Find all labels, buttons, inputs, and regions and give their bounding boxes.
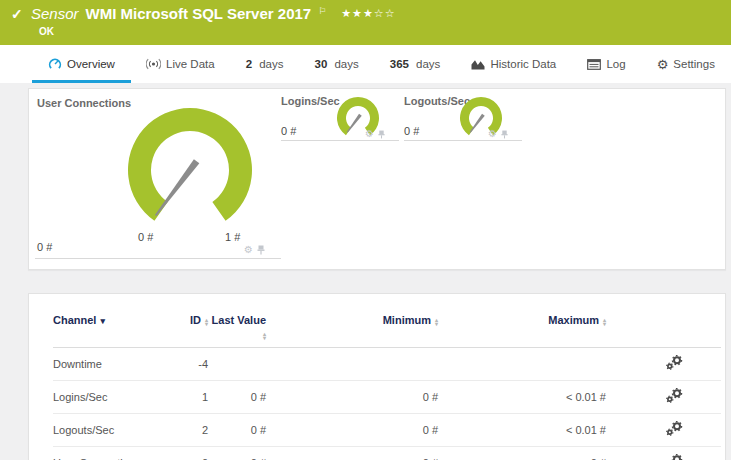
sort-icon: ▴▾ [205,318,208,326]
cell-last-value: 0 # [208,447,266,460]
gear-icon: ⚙ [657,58,669,71]
channels-table: Channel▾ ID▴▾ Last Value▴▾ Minimum▴▾ Max… [53,294,721,460]
tab-30-days[interactable]: 30 days [313,45,361,83]
status-ok-check-icon: ✓ [11,6,23,22]
sensor-tabbar: Overview Live Data 2 days 30 days 365 da… [0,45,731,83]
tab-label: Overview [67,58,115,70]
tab-label: Live Data [166,58,215,70]
tab-overview[interactable]: Overview [46,45,117,83]
gauges-panel: User Connections 0 # 1 # 0 # ⚙ Logins/Se… [28,88,726,270]
table-row[interactable]: Logins/Sec 1 0 # 0 # < 0.01 # [53,381,721,414]
tab-label: Historic Data [490,58,556,70]
cell-id: 1 [183,381,208,414]
cell-id: -4 [183,348,208,381]
tab-label: days [259,58,283,70]
tab-number: 365 [390,58,409,70]
cell-id: 2 [183,414,208,447]
channel-settings-cogs-icon[interactable] [666,454,683,460]
gauge-current-value: 0 # [37,241,52,253]
column-header-actions [606,294,721,348]
tab-historic-data[interactable]: Historic Data [469,45,558,83]
channel-settings-cogs-icon[interactable] [666,355,683,370]
gauge-icon [48,57,62,71]
gauge-scale-min: 0 # [138,231,153,243]
cell-last-value: 0 # [208,414,266,447]
tab-2-days[interactable]: 2 days [244,45,286,83]
channel-settings-cogs-icon[interactable] [666,421,683,436]
sort-desc-icon: ▾ [100,316,105,326]
sort-icon: ▴▾ [603,318,606,326]
cell-maximum: < 0.01 # [438,381,606,414]
table-header-row: Channel▾ ID▴▾ Last Value▴▾ Minimum▴▾ Max… [53,294,721,348]
tab-label: Settings [673,58,715,70]
tab-label: Log [606,58,625,70]
tab-log[interactable]: Log [585,45,627,83]
sort-icon: ▴▾ [435,318,438,326]
gauge-needle [153,159,199,217]
gauge-needle [469,114,485,134]
cell-id: 0 [183,447,208,460]
gauge-current-value: 0 # [404,125,419,137]
channels-panel: Channel▾ ID▴▾ Last Value▴▾ Minimum▴▾ Max… [28,293,726,460]
cell-maximum [438,348,606,381]
broadcast-icon [146,58,161,70]
tab-live-data[interactable]: Live Data [144,45,217,83]
tab-label: days [416,58,440,70]
priority-stars[interactable]: ★★★☆☆ [341,7,395,20]
gauge-settings-gear-icon[interactable]: ⚙ [365,129,374,139]
table-row[interactable]: Downtime -4 [53,348,721,381]
column-header-maximum[interactable]: Maximum▴▾ [438,294,606,348]
gauge-settings-gear-icon[interactable]: ⚙ [488,129,497,139]
log-list-icon [587,59,601,70]
gauge-dial [115,99,265,241]
sort-icon: ▴▾ [263,332,266,340]
column-header-id[interactable]: ID▴▾ [183,294,208,348]
table-row[interactable]: Logouts/Sec 2 0 # 0 # < 0.01 # [53,414,721,447]
pin-icon[interactable] [378,130,385,139]
object-kind-label: Sensor [31,5,79,22]
cell-last-value: 0 # [208,381,266,414]
tab-number: 30 [315,58,328,70]
tab-365-days[interactable]: 365 days [388,45,442,83]
channel-settings-cogs-icon[interactable] [666,388,683,403]
cell-channel: Downtime [53,348,183,381]
sensor-header: ✓ Sensor WMI Microsoft SQL Server 2017 ⚐… [0,0,731,45]
cell-maximum: 0 # [438,447,606,460]
cell-minimum [266,348,438,381]
gauge-settings-gear-icon[interactable]: ⚙ [244,245,253,255]
tab-settings[interactable]: ⚙ Settings [655,45,717,83]
cell-channel: User Connections [53,447,183,460]
area-chart-icon [471,58,485,70]
cell-minimum: 0 # [266,414,438,447]
tab-label: days [334,58,358,70]
cell-channel: Logouts/Sec [53,414,183,447]
gauge-current-value: 0 # [281,125,296,137]
gauge-scale-max: 1 # [225,231,240,243]
flag-icon[interactable]: ⚐ [318,6,326,16]
cell-channel: Logins/Sec [53,381,183,414]
pin-icon[interactable] [501,130,508,139]
table-row[interactable]: User Connections 0 0 # 0 # 0 # [53,447,721,460]
gauge-user-connections[interactable]: User Connections 0 # 1 # 0 # ⚙ [35,95,281,259]
gauge-needle [346,114,362,134]
status-badge: OK [39,26,54,37]
sensor-title: WMI Microsoft SQL Server 2017 [86,5,312,22]
column-header-minimum[interactable]: Minimum▴▾ [266,294,438,348]
cell-minimum: 0 # [266,381,438,414]
cell-last-value [208,348,266,381]
column-header-last-value[interactable]: Last Value▴▾ [208,294,266,348]
pin-icon[interactable] [257,245,265,255]
cell-minimum: 0 # [266,447,438,460]
gauge-logouts-sec[interactable]: Logouts/Sec 0 # ⚙ [404,95,522,141]
cell-maximum: < 0.01 # [438,414,606,447]
gauge-logins-sec[interactable]: Logins/Sec 0 # ⚙ [281,95,399,141]
gauge-title: Logins/Sec [281,95,340,107]
gauge-arc [128,108,252,221]
tab-number: 2 [246,58,252,70]
column-header-channel[interactable]: Channel▾ [53,294,183,348]
